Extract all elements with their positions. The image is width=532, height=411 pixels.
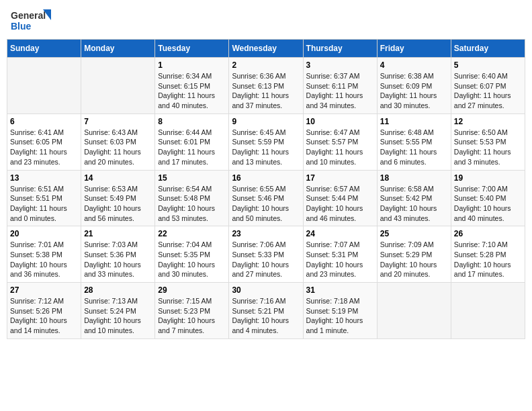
- day-info: Sunrise: 7:15 AM Sunset: 5:23 PM Dayligh…: [158, 296, 226, 336]
- day-number: 31: [306, 285, 374, 295]
- calendar-week-row: 20Sunrise: 7:01 AM Sunset: 5:38 PM Dayli…: [7, 226, 525, 283]
- day-number: 21: [84, 229, 152, 238]
- calendar-day-cell: [377, 283, 451, 339]
- day-info: Sunrise: 6:40 AM Sunset: 6:07 PM Dayligh…: [454, 71, 522, 111]
- day-info: Sunrise: 7:16 AM Sunset: 5:21 PM Dayligh…: [232, 296, 300, 336]
- day-number: 18: [380, 173, 448, 183]
- calendar-day-cell: 17Sunrise: 6:57 AM Sunset: 5:44 PM Dayli…: [303, 170, 377, 226]
- days-of-week-row: SundayMondayTuesdayWednesdayThursdayFrid…: [7, 40, 525, 58]
- day-number: 25: [380, 229, 448, 238]
- day-info: Sunrise: 6:41 AM Sunset: 6:05 PM Dayligh…: [10, 128, 78, 167]
- calendar-day-cell: 20Sunrise: 7:01 AM Sunset: 5:38 PM Dayli…: [7, 226, 81, 283]
- day-number: 29: [158, 285, 226, 295]
- day-number: 11: [380, 117, 448, 126]
- day-info: Sunrise: 6:47 AM Sunset: 5:57 PM Dayligh…: [306, 128, 374, 167]
- calendar-day-cell: 11Sunrise: 6:48 AM Sunset: 5:55 PM Dayli…: [377, 113, 451, 170]
- day-number: 16: [232, 173, 300, 183]
- day-number: 14: [84, 173, 152, 183]
- calendar-day-cell: 5Sunrise: 6:40 AM Sunset: 6:07 PM Daylig…: [451, 58, 525, 114]
- day-number: 30: [232, 285, 300, 295]
- day-info: Sunrise: 6:54 AM Sunset: 5:48 PM Dayligh…: [158, 184, 226, 224]
- calendar-day-cell: 7Sunrise: 6:43 AM Sunset: 6:03 PM Daylig…: [81, 113, 155, 170]
- day-number: 6: [10, 117, 78, 126]
- day-info: Sunrise: 6:37 AM Sunset: 6:11 PM Dayligh…: [306, 71, 374, 111]
- day-number: 4: [380, 60, 448, 70]
- day-info: Sunrise: 6:38 AM Sunset: 6:09 PM Dayligh…: [380, 71, 448, 111]
- day-of-week-header: Tuesday: [155, 40, 229, 58]
- calendar-day-cell: 16Sunrise: 6:55 AM Sunset: 5:46 PM Dayli…: [229, 170, 303, 226]
- calendar-day-cell: 13Sunrise: 6:51 AM Sunset: 5:51 PM Dayli…: [7, 170, 81, 226]
- day-number: 10: [306, 117, 374, 126]
- day-of-week-header: Monday: [81, 40, 155, 58]
- calendar-day-cell: 23Sunrise: 7:06 AM Sunset: 5:33 PM Dayli…: [229, 226, 303, 283]
- calendar-day-cell: 19Sunrise: 7:00 AM Sunset: 5:40 PM Dayli…: [451, 170, 525, 226]
- day-number: 8: [158, 117, 226, 126]
- calendar-day-cell: 21Sunrise: 7:03 AM Sunset: 5:36 PM Dayli…: [81, 226, 155, 283]
- calendar-day-cell: 9Sunrise: 6:45 AM Sunset: 5:59 PM Daylig…: [229, 113, 303, 170]
- calendar-table: SundayMondayTuesdayWednesdayThursdayFrid…: [7, 39, 525, 339]
- calendar-day-cell: 22Sunrise: 7:04 AM Sunset: 5:35 PM Dayli…: [155, 226, 229, 283]
- day-number: 22: [158, 229, 226, 238]
- calendar-week-row: 1Sunrise: 6:34 AM Sunset: 6:15 PM Daylig…: [7, 58, 525, 114]
- day-of-week-header: Saturday: [451, 40, 525, 58]
- page-header: GeneralBlue: [7, 7, 525, 34]
- calendar-week-row: 6Sunrise: 6:41 AM Sunset: 6:05 PM Daylig…: [7, 113, 525, 170]
- calendar-day-cell: [81, 58, 155, 114]
- calendar-day-cell: 30Sunrise: 7:16 AM Sunset: 5:21 PM Dayli…: [229, 283, 303, 339]
- day-info: Sunrise: 7:03 AM Sunset: 5:36 PM Dayligh…: [84, 240, 152, 279]
- calendar-body: 1Sunrise: 6:34 AM Sunset: 6:15 PM Daylig…: [7, 58, 525, 339]
- calendar-day-cell: 28Sunrise: 7:13 AM Sunset: 5:24 PM Dayli…: [81, 283, 155, 339]
- day-number: 26: [454, 229, 522, 238]
- day-number: 15: [158, 173, 226, 183]
- day-info: Sunrise: 7:13 AM Sunset: 5:24 PM Dayligh…: [84, 296, 152, 336]
- calendar-day-cell: 27Sunrise: 7:12 AM Sunset: 5:26 PM Dayli…: [7, 283, 81, 339]
- day-of-week-header: Friday: [377, 40, 451, 58]
- calendar-day-cell: 4Sunrise: 6:38 AM Sunset: 6:09 PM Daylig…: [377, 58, 451, 114]
- day-info: Sunrise: 6:34 AM Sunset: 6:15 PM Dayligh…: [158, 71, 226, 111]
- calendar-day-cell: 14Sunrise: 6:53 AM Sunset: 5:49 PM Dayli…: [81, 170, 155, 226]
- day-info: Sunrise: 6:55 AM Sunset: 5:46 PM Dayligh…: [232, 184, 300, 224]
- day-number: 20: [10, 229, 78, 238]
- calendar-day-cell: 8Sunrise: 6:44 AM Sunset: 6:01 PM Daylig…: [155, 113, 229, 170]
- day-info: Sunrise: 6:44 AM Sunset: 6:01 PM Dayligh…: [158, 128, 226, 167]
- calendar-day-cell: 24Sunrise: 7:07 AM Sunset: 5:31 PM Dayli…: [303, 226, 377, 283]
- day-info: Sunrise: 7:01 AM Sunset: 5:38 PM Dayligh…: [10, 240, 78, 279]
- logo: GeneralBlue: [9, 7, 56, 34]
- calendar-header: SundayMondayTuesdayWednesdayThursdayFrid…: [7, 40, 525, 58]
- calendar-day-cell: 31Sunrise: 7:18 AM Sunset: 5:19 PM Dayli…: [303, 283, 377, 339]
- calendar-day-cell: 3Sunrise: 6:37 AM Sunset: 6:11 PM Daylig…: [303, 58, 377, 114]
- day-info: Sunrise: 6:53 AM Sunset: 5:49 PM Dayligh…: [84, 184, 152, 224]
- calendar-day-cell: 10Sunrise: 6:47 AM Sunset: 5:57 PM Dayli…: [303, 113, 377, 170]
- calendar-day-cell: 6Sunrise: 6:41 AM Sunset: 6:05 PM Daylig…: [7, 113, 81, 170]
- day-info: Sunrise: 6:36 AM Sunset: 6:13 PM Dayligh…: [232, 71, 300, 111]
- day-number: 5: [454, 60, 522, 70]
- day-number: 28: [84, 285, 152, 295]
- calendar-day-cell: 29Sunrise: 7:15 AM Sunset: 5:23 PM Dayli…: [155, 283, 229, 339]
- day-info: Sunrise: 6:43 AM Sunset: 6:03 PM Dayligh…: [84, 128, 152, 167]
- day-number: 19: [454, 173, 522, 183]
- day-number: 9: [232, 117, 300, 126]
- calendar-week-row: 13Sunrise: 6:51 AM Sunset: 5:51 PM Dayli…: [7, 170, 525, 226]
- calendar-day-cell: 25Sunrise: 7:09 AM Sunset: 5:29 PM Dayli…: [377, 226, 451, 283]
- svg-text:General: General: [11, 10, 46, 21]
- calendar-day-cell: [451, 283, 525, 339]
- calendar-day-cell: 1Sunrise: 6:34 AM Sunset: 6:15 PM Daylig…: [155, 58, 229, 114]
- day-info: Sunrise: 7:07 AM Sunset: 5:31 PM Dayligh…: [306, 240, 374, 279]
- day-info: Sunrise: 7:12 AM Sunset: 5:26 PM Dayligh…: [10, 296, 78, 336]
- day-info: Sunrise: 6:51 AM Sunset: 5:51 PM Dayligh…: [10, 184, 78, 224]
- day-info: Sunrise: 7:06 AM Sunset: 5:33 PM Dayligh…: [232, 240, 300, 279]
- day-info: Sunrise: 6:50 AM Sunset: 5:53 PM Dayligh…: [454, 128, 522, 167]
- day-number: 27: [10, 285, 78, 295]
- day-info: Sunrise: 6:45 AM Sunset: 5:59 PM Dayligh…: [232, 128, 300, 167]
- calendar-day-cell: [7, 58, 81, 114]
- day-number: 13: [10, 173, 78, 183]
- day-number: 17: [306, 173, 374, 183]
- day-number: 23: [232, 229, 300, 238]
- calendar-day-cell: 26Sunrise: 7:10 AM Sunset: 5:28 PM Dayli…: [451, 226, 525, 283]
- day-number: 3: [306, 60, 374, 70]
- day-info: Sunrise: 6:58 AM Sunset: 5:42 PM Dayligh…: [380, 184, 448, 224]
- day-info: Sunrise: 6:48 AM Sunset: 5:55 PM Dayligh…: [380, 128, 448, 167]
- day-number: 7: [84, 117, 152, 126]
- svg-text:Blue: Blue: [11, 21, 32, 32]
- day-of-week-header: Wednesday: [229, 40, 303, 58]
